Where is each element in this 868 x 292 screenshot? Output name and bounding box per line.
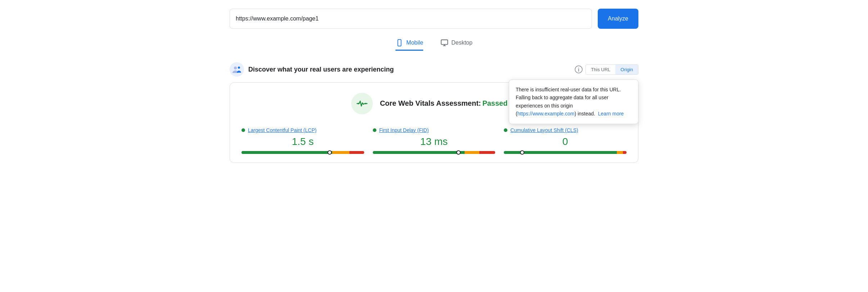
desktop-icon <box>440 39 448 47</box>
toggle-btn-group: This URL Origin <box>586 64 638 75</box>
vitals-icon <box>356 98 368 109</box>
info-icon[interactable] <box>575 65 583 73</box>
section-header-left: Discover what your real users are experi… <box>230 62 394 77</box>
lcp-dot <box>241 128 245 132</box>
fid-dot <box>373 128 376 132</box>
metric-cls: Cumulative Layout Shift (CLS) 0 <box>504 127 627 154</box>
svg-point-10 <box>578 68 579 68</box>
svg-point-5 <box>230 62 244 77</box>
tab-desktop[interactable]: Desktop <box>440 39 473 51</box>
tab-mobile[interactable]: Mobile <box>395 39 423 51</box>
users-icon <box>230 62 244 77</box>
cls-label[interactable]: Cumulative Layout Shift (CLS) <box>510 127 578 133</box>
metric-fid: First Input Delay (FID) 13 ms <box>373 127 496 154</box>
fid-label-row: First Input Delay (FID) <box>373 127 496 133</box>
section-title: Discover what your real users are experi… <box>248 66 394 73</box>
svg-point-12 <box>358 103 359 104</box>
tab-desktop-label: Desktop <box>451 40 473 46</box>
lcp-label-row: Largest Contentful Paint (LCP) <box>241 127 364 133</box>
tab-mobile-label: Mobile <box>406 40 423 46</box>
svg-rect-2 <box>441 40 448 45</box>
url-input[interactable] <box>230 9 592 29</box>
fid-bar <box>373 151 496 154</box>
svg-point-7 <box>238 67 240 69</box>
svg-point-11 <box>365 103 366 104</box>
fid-marker <box>456 150 461 155</box>
lcp-value: 1.5 s <box>241 136 364 147</box>
this-url-button[interactable]: This URL <box>586 65 615 74</box>
lcp-marker <box>327 150 332 155</box>
lcp-bar <box>241 151 364 154</box>
cls-bar <box>504 151 627 154</box>
vitals-icon-wrap <box>351 93 373 114</box>
core-vitals-title: Core Web Vitals Assessment: <box>380 99 481 107</box>
tooltip-text-after: ) instead. <box>574 111 595 117</box>
origin-button[interactable]: Origin <box>615 65 638 74</box>
section-header: Discover what your real users are experi… <box>230 62 638 77</box>
analyze-button[interactable]: Analyze <box>598 9 638 29</box>
svg-point-6 <box>234 67 237 69</box>
tooltip-popup: There is insufficient real-user data for… <box>509 79 638 124</box>
tooltip-link[interactable]: https://www.example.com <box>517 111 575 117</box>
metrics-grid: Largest Contentful Paint (LCP) 1.5 s Fir… <box>241 127 627 154</box>
learn-more-link[interactable]: Learn more <box>598 111 624 117</box>
url-origin-controls: This URL Origin There is insufficient re… <box>575 64 638 75</box>
cls-marker <box>520 150 524 155</box>
url-bar-row: Analyze <box>230 9 638 29</box>
mobile-icon <box>395 39 403 47</box>
core-vitals-status: Passed <box>482 99 507 107</box>
fid-value: 13 ms <box>373 136 496 147</box>
lcp-label[interactable]: Largest Contentful Paint (LCP) <box>248 127 317 133</box>
metric-lcp: Largest Contentful Paint (LCP) 1.5 s <box>241 127 364 154</box>
cls-label-row: Cumulative Layout Shift (CLS) <box>504 127 627 133</box>
cls-dot <box>504 128 507 132</box>
cls-value: 0 <box>504 136 627 147</box>
core-vitals-title-wrap: Core Web Vitals Assessment: Passed ? <box>380 99 517 108</box>
svg-rect-0 <box>398 40 401 46</box>
fid-label[interactable]: First Input Delay (FID) <box>379 127 429 133</box>
tabs-row: Mobile Desktop <box>230 39 638 51</box>
